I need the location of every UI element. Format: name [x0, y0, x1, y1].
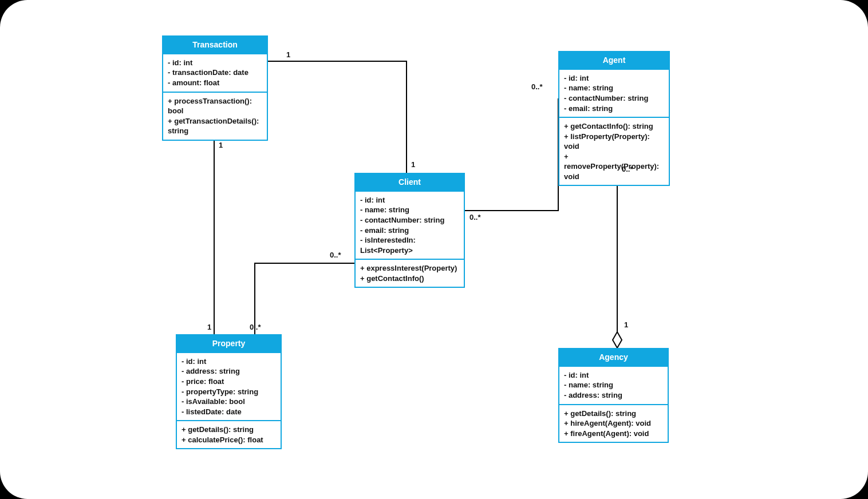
multiplicity: 0..*: [330, 251, 341, 259]
class-title: Property: [177, 335, 281, 352]
multiplicity: 1: [207, 323, 211, 331]
methods: + expressInterest(Property) + getContact…: [356, 259, 464, 287]
multiplicity: 1: [219, 141, 223, 149]
class-title: Agent: [559, 52, 669, 69]
class-agency[interactable]: Agency - id: int - name: string - addres…: [558, 348, 669, 443]
class-client[interactable]: Client - id: int - name: string - contac…: [354, 173, 465, 288]
class-property[interactable]: Property - id: int - address: string - p…: [176, 334, 282, 449]
attributes: - id: int - transactionDate: date - amou…: [163, 53, 267, 92]
multiplicity: 1: [624, 320, 628, 329]
multiplicity: 0..*: [531, 82, 543, 91]
class-title: Client: [356, 174, 464, 191]
methods: + getDetails(): string + calculatePrice(…: [177, 420, 281, 448]
attributes: - id: int - name: string - contactNumber…: [356, 191, 464, 259]
class-title: Transaction: [163, 37, 267, 53]
multiplicity: 0..*: [622, 165, 633, 173]
multiplicity: 0..*: [469, 213, 481, 221]
multiplicity: 1: [411, 160, 415, 169]
diagram-canvas: Transaction - id: int - transactionDate:…: [0, 0, 868, 499]
class-transaction[interactable]: Transaction - id: int - transactionDate:…: [162, 35, 268, 141]
methods: + getContactInfo(): string + listPropert…: [559, 117, 669, 185]
attributes: - id: int - name: string - contactNumber…: [559, 69, 669, 117]
attributes: - id: int - name: string - address: stri…: [559, 366, 668, 404]
class-title: Agency: [559, 349, 668, 366]
multiplicity: 1: [286, 50, 290, 59]
attributes: - id: int - address: string - price: flo…: [177, 352, 281, 420]
methods: + processTransaction(): bool + getTransa…: [163, 92, 267, 140]
multiplicity: 0..*: [250, 323, 261, 331]
svg-marker-1: [613, 332, 622, 348]
class-agent[interactable]: Agent - id: int - name: string - contact…: [558, 51, 670, 186]
methods: + getDetails(): string + hireAgent(Agent…: [559, 404, 668, 442]
